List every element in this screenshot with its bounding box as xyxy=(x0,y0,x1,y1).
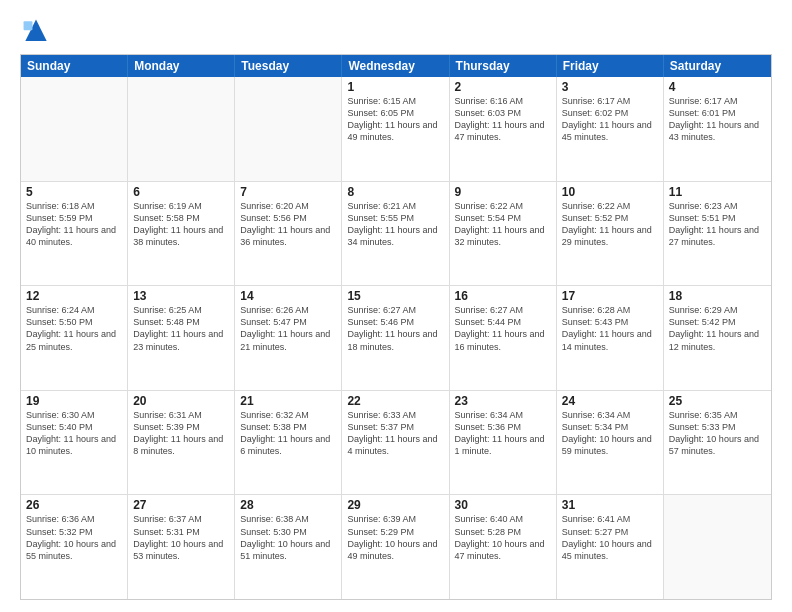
calendar-cell: 28Sunrise: 6:38 AM Sunset: 5:30 PM Dayli… xyxy=(235,495,342,599)
calendar-cell: 14Sunrise: 6:26 AM Sunset: 5:47 PM Dayli… xyxy=(235,286,342,390)
weekday-header: Sunday xyxy=(21,55,128,77)
calendar-cell: 7Sunrise: 6:20 AM Sunset: 5:56 PM Daylig… xyxy=(235,182,342,286)
day-number: 21 xyxy=(240,394,336,408)
day-number: 20 xyxy=(133,394,229,408)
calendar-cell xyxy=(21,77,128,181)
header xyxy=(20,16,772,48)
day-number: 24 xyxy=(562,394,658,408)
day-number: 10 xyxy=(562,185,658,199)
cell-detail: Sunrise: 6:27 AM Sunset: 5:46 PM Dayligh… xyxy=(347,304,443,353)
cell-detail: Sunrise: 6:19 AM Sunset: 5:58 PM Dayligh… xyxy=(133,200,229,249)
cell-detail: Sunrise: 6:17 AM Sunset: 6:02 PM Dayligh… xyxy=(562,95,658,144)
day-number: 7 xyxy=(240,185,336,199)
day-number: 11 xyxy=(669,185,766,199)
calendar-cell xyxy=(128,77,235,181)
calendar-row: 19Sunrise: 6:30 AM Sunset: 5:40 PM Dayli… xyxy=(21,391,771,496)
page: SundayMondayTuesdayWednesdayThursdayFrid… xyxy=(0,0,792,612)
weekday-header: Tuesday xyxy=(235,55,342,77)
cell-detail: Sunrise: 6:37 AM Sunset: 5:31 PM Dayligh… xyxy=(133,513,229,562)
cell-detail: Sunrise: 6:22 AM Sunset: 5:54 PM Dayligh… xyxy=(455,200,551,249)
calendar-cell: 11Sunrise: 6:23 AM Sunset: 5:51 PM Dayli… xyxy=(664,182,771,286)
cell-detail: Sunrise: 6:27 AM Sunset: 5:44 PM Dayligh… xyxy=(455,304,551,353)
calendar-cell: 20Sunrise: 6:31 AM Sunset: 5:39 PM Dayli… xyxy=(128,391,235,495)
calendar-cell xyxy=(235,77,342,181)
day-number: 18 xyxy=(669,289,766,303)
day-number: 5 xyxy=(26,185,122,199)
calendar-cell: 17Sunrise: 6:28 AM Sunset: 5:43 PM Dayli… xyxy=(557,286,664,390)
cell-detail: Sunrise: 6:20 AM Sunset: 5:56 PM Dayligh… xyxy=(240,200,336,249)
calendar-row: 12Sunrise: 6:24 AM Sunset: 5:50 PM Dayli… xyxy=(21,286,771,391)
calendar: SundayMondayTuesdayWednesdayThursdayFrid… xyxy=(20,54,772,600)
weekday-header: Saturday xyxy=(664,55,771,77)
day-number: 1 xyxy=(347,80,443,94)
svg-rect-1 xyxy=(24,21,33,30)
day-number: 22 xyxy=(347,394,443,408)
cell-detail: Sunrise: 6:34 AM Sunset: 5:34 PM Dayligh… xyxy=(562,409,658,458)
cell-detail: Sunrise: 6:34 AM Sunset: 5:36 PM Dayligh… xyxy=(455,409,551,458)
cell-detail: Sunrise: 6:26 AM Sunset: 5:47 PM Dayligh… xyxy=(240,304,336,353)
day-number: 25 xyxy=(669,394,766,408)
cell-detail: Sunrise: 6:39 AM Sunset: 5:29 PM Dayligh… xyxy=(347,513,443,562)
calendar-cell: 26Sunrise: 6:36 AM Sunset: 5:32 PM Dayli… xyxy=(21,495,128,599)
logo xyxy=(20,16,56,48)
weekday-header: Thursday xyxy=(450,55,557,77)
calendar-cell xyxy=(664,495,771,599)
calendar-cell: 12Sunrise: 6:24 AM Sunset: 5:50 PM Dayli… xyxy=(21,286,128,390)
cell-detail: Sunrise: 6:15 AM Sunset: 6:05 PM Dayligh… xyxy=(347,95,443,144)
day-number: 8 xyxy=(347,185,443,199)
day-number: 23 xyxy=(455,394,551,408)
calendar-cell: 30Sunrise: 6:40 AM Sunset: 5:28 PM Dayli… xyxy=(450,495,557,599)
calendar-cell: 9Sunrise: 6:22 AM Sunset: 5:54 PM Daylig… xyxy=(450,182,557,286)
cell-detail: Sunrise: 6:30 AM Sunset: 5:40 PM Dayligh… xyxy=(26,409,122,458)
cell-detail: Sunrise: 6:40 AM Sunset: 5:28 PM Dayligh… xyxy=(455,513,551,562)
day-number: 6 xyxy=(133,185,229,199)
calendar-cell: 24Sunrise: 6:34 AM Sunset: 5:34 PM Dayli… xyxy=(557,391,664,495)
day-number: 27 xyxy=(133,498,229,512)
cell-detail: Sunrise: 6:22 AM Sunset: 5:52 PM Dayligh… xyxy=(562,200,658,249)
cell-detail: Sunrise: 6:23 AM Sunset: 5:51 PM Dayligh… xyxy=(669,200,766,249)
cell-detail: Sunrise: 6:16 AM Sunset: 6:03 PM Dayligh… xyxy=(455,95,551,144)
calendar-cell: 18Sunrise: 6:29 AM Sunset: 5:42 PM Dayli… xyxy=(664,286,771,390)
day-number: 14 xyxy=(240,289,336,303)
calendar-cell: 1Sunrise: 6:15 AM Sunset: 6:05 PM Daylig… xyxy=(342,77,449,181)
calendar-cell: 16Sunrise: 6:27 AM Sunset: 5:44 PM Dayli… xyxy=(450,286,557,390)
day-number: 29 xyxy=(347,498,443,512)
cell-detail: Sunrise: 6:21 AM Sunset: 5:55 PM Dayligh… xyxy=(347,200,443,249)
day-number: 16 xyxy=(455,289,551,303)
cell-detail: Sunrise: 6:33 AM Sunset: 5:37 PM Dayligh… xyxy=(347,409,443,458)
day-number: 13 xyxy=(133,289,229,303)
weekday-header: Monday xyxy=(128,55,235,77)
calendar-cell: 15Sunrise: 6:27 AM Sunset: 5:46 PM Dayli… xyxy=(342,286,449,390)
calendar-cell: 5Sunrise: 6:18 AM Sunset: 5:59 PM Daylig… xyxy=(21,182,128,286)
cell-detail: Sunrise: 6:25 AM Sunset: 5:48 PM Dayligh… xyxy=(133,304,229,353)
calendar-row: 1Sunrise: 6:15 AM Sunset: 6:05 PM Daylig… xyxy=(21,77,771,182)
calendar-cell: 25Sunrise: 6:35 AM Sunset: 5:33 PM Dayli… xyxy=(664,391,771,495)
weekday-header: Friday xyxy=(557,55,664,77)
calendar-cell: 19Sunrise: 6:30 AM Sunset: 5:40 PM Dayli… xyxy=(21,391,128,495)
day-number: 31 xyxy=(562,498,658,512)
cell-detail: Sunrise: 6:31 AM Sunset: 5:39 PM Dayligh… xyxy=(133,409,229,458)
calendar-body: 1Sunrise: 6:15 AM Sunset: 6:05 PM Daylig… xyxy=(21,77,771,599)
calendar-cell: 29Sunrise: 6:39 AM Sunset: 5:29 PM Dayli… xyxy=(342,495,449,599)
day-number: 28 xyxy=(240,498,336,512)
day-number: 12 xyxy=(26,289,122,303)
calendar-cell: 27Sunrise: 6:37 AM Sunset: 5:31 PM Dayli… xyxy=(128,495,235,599)
calendar-row: 26Sunrise: 6:36 AM Sunset: 5:32 PM Dayli… xyxy=(21,495,771,599)
cell-detail: Sunrise: 6:36 AM Sunset: 5:32 PM Dayligh… xyxy=(26,513,122,562)
day-number: 19 xyxy=(26,394,122,408)
cell-detail: Sunrise: 6:41 AM Sunset: 5:27 PM Dayligh… xyxy=(562,513,658,562)
calendar-row: 5Sunrise: 6:18 AM Sunset: 5:59 PM Daylig… xyxy=(21,182,771,287)
cell-detail: Sunrise: 6:29 AM Sunset: 5:42 PM Dayligh… xyxy=(669,304,766,353)
calendar-cell: 8Sunrise: 6:21 AM Sunset: 5:55 PM Daylig… xyxy=(342,182,449,286)
calendar-cell: 3Sunrise: 6:17 AM Sunset: 6:02 PM Daylig… xyxy=(557,77,664,181)
calendar-cell: 10Sunrise: 6:22 AM Sunset: 5:52 PM Dayli… xyxy=(557,182,664,286)
logo-icon xyxy=(20,16,52,48)
cell-detail: Sunrise: 6:24 AM Sunset: 5:50 PM Dayligh… xyxy=(26,304,122,353)
calendar-cell: 2Sunrise: 6:16 AM Sunset: 6:03 PM Daylig… xyxy=(450,77,557,181)
cell-detail: Sunrise: 6:35 AM Sunset: 5:33 PM Dayligh… xyxy=(669,409,766,458)
day-number: 30 xyxy=(455,498,551,512)
weekday-header: Wednesday xyxy=(342,55,449,77)
calendar-cell: 22Sunrise: 6:33 AM Sunset: 5:37 PM Dayli… xyxy=(342,391,449,495)
day-number: 4 xyxy=(669,80,766,94)
cell-detail: Sunrise: 6:17 AM Sunset: 6:01 PM Dayligh… xyxy=(669,95,766,144)
